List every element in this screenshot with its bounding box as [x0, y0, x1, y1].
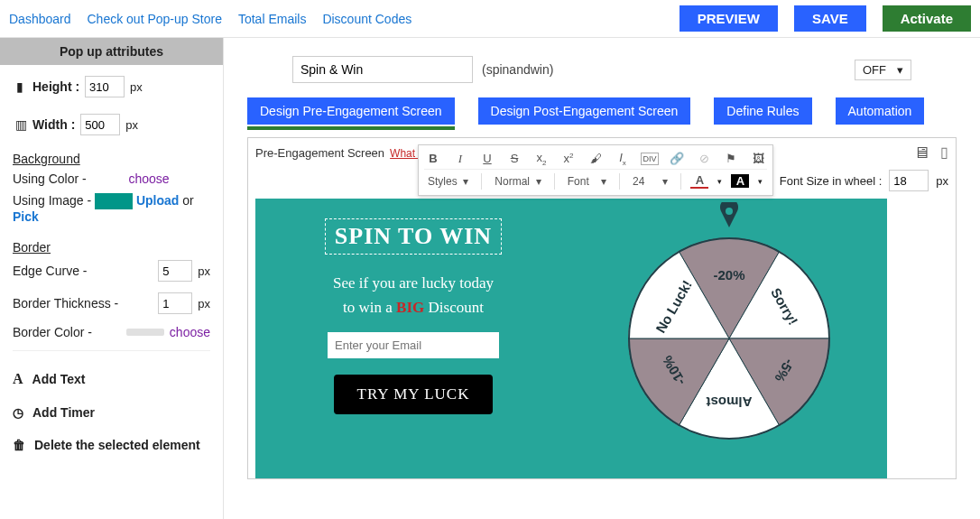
- width-unit: px: [125, 118, 138, 132]
- font-size-unit: px: [936, 174, 948, 188]
- height-row: ▮ Height : px: [13, 76, 210, 97]
- add-timer-button[interactable]: ◷ Add Timer: [13, 396, 210, 429]
- sidebar: Pop up attributes ▮ Height : px ▥ Width …: [0, 38, 224, 519]
- border-color-label: Border Color -: [13, 325, 92, 339]
- rte-div-icon[interactable]: DIV: [641, 153, 659, 165]
- bg-image-row: Using Image - Upload or Pick: [13, 193, 210, 224]
- rte-styles-select[interactable]: Styles ▾: [424, 173, 482, 190]
- nav-dashboard[interactable]: Dashboard: [9, 12, 71, 26]
- bg-image-swatch[interactable]: [95, 193, 133, 209]
- rte-unlink-icon[interactable]: ⊘: [695, 152, 713, 165]
- rte-link-icon[interactable]: 🔗: [668, 152, 686, 165]
- popup-left: SPIN TO WIN See if you are lucky today t…: [255, 199, 571, 478]
- width-icon: ▥: [13, 117, 27, 132]
- nav-links: Dashboard Check out Pop-up Store Total E…: [9, 12, 411, 26]
- rte-flag-icon[interactable]: ⚑: [722, 152, 740, 165]
- font-size-input[interactable]: [889, 170, 929, 191]
- bg-or: or: [182, 193, 193, 208]
- border-thickness-input[interactable]: [158, 292, 192, 314]
- name-row: (spinandwin) OFF ▾: [292, 56, 911, 83]
- border-color-swatch[interactable]: [126, 329, 164, 336]
- mobile-icon[interactable]: ▯: [940, 144, 948, 162]
- popup-name-input[interactable]: [292, 56, 473, 83]
- rich-text-toolbar: B I U S x2 x2 🖌 Ix DIV 🔗 ⊘ ⚑ 🖼: [418, 144, 773, 196]
- wheel-pointer-icon: [718, 202, 740, 232]
- try-luck-button[interactable]: TRY MY LUCK: [334, 375, 494, 414]
- rte-size-select[interactable]: 24 ▾: [629, 173, 681, 190]
- rte-italic[interactable]: I: [451, 152, 469, 166]
- top-nav: Dashboard Check out Pop-up Store Total E…: [0, 0, 980, 38]
- rte-underline[interactable]: U: [478, 152, 496, 165]
- rte-format-select[interactable]: Normal ▾: [491, 173, 554, 190]
- popup-subline[interactable]: See if you are lucky today to win a BIG …: [272, 271, 555, 320]
- popup-headline[interactable]: SPIN TO WIN: [325, 218, 502, 255]
- sidebar-title: Pop up attributes: [0, 38, 223, 65]
- tabs-row: Design Pre-Engagement Screen Design Post…: [247, 97, 957, 125]
- tab-automation[interactable]: Automation: [836, 97, 925, 125]
- email-input[interactable]: [328, 332, 499, 358]
- bg-pick[interactable]: Pick: [13, 209, 39, 224]
- chevron-down-icon: ▾: [897, 63, 903, 77]
- using-color-label: Using Color -: [13, 171, 87, 186]
- svg-text:-20%: -20%: [713, 267, 744, 283]
- editor-frame: Pre-Engagement Screen What is this? 🖥 ▯ …: [247, 137, 957, 479]
- popup-stage: B I U S x2 x2 🖌 Ix DIV 🔗 ⊘ ⚑ 🖼: [255, 199, 948, 478]
- height-icon: ▮: [13, 79, 27, 94]
- popup-slug: (spinandwin): [482, 62, 553, 77]
- add-text-label: Add Text: [32, 372, 86, 386]
- activate-button[interactable]: Activate: [883, 5, 971, 32]
- delete-element-button[interactable]: 🗑 Delete the selected element: [13, 429, 210, 461]
- tab-define-rules[interactable]: Define Rules: [714, 97, 811, 125]
- rte-font-select[interactable]: Font ▾: [564, 173, 620, 190]
- subline-2: to win a BIG Discount: [272, 295, 555, 320]
- rte-brush-icon[interactable]: 🖌: [587, 152, 605, 165]
- popup-preview[interactable]: SPIN TO WIN See if you are lucky today t…: [255, 199, 887, 478]
- rte-superscript[interactable]: x2: [559, 152, 578, 165]
- bg-color-row: Using Color - choose: [13, 171, 210, 186]
- nav-popup-store[interactable]: Check out Pop-up Store: [88, 12, 222, 26]
- delete-element-label: Delete the selected element: [34, 438, 200, 452]
- svg-text:Almost: Almost: [707, 394, 753, 410]
- editor-title: Pre-Engagement Screen: [255, 146, 384, 160]
- status-select[interactable]: OFF ▾: [855, 60, 911, 80]
- rte-strike[interactable]: S: [505, 152, 523, 165]
- width-label: Width :: [32, 117, 75, 132]
- nav-total-emails[interactable]: Total Emails: [238, 12, 306, 26]
- spin-wheel[interactable]: -20%Sorry!-5%Almost-10%No Luck!: [628, 237, 830, 440]
- rte-text-color[interactable]: A: [690, 173, 708, 189]
- border-heading: Border: [13, 240, 210, 255]
- border-color-row: Border Color - choose: [13, 325, 210, 339]
- nav-discount-codes[interactable]: Discount Codes: [322, 12, 411, 26]
- tab-design-post[interactable]: Design Post-Engagement Screen: [478, 97, 691, 125]
- save-button[interactable]: SAVE: [794, 5, 866, 32]
- border-color-choose[interactable]: choose: [170, 325, 210, 339]
- bg-color-choose[interactable]: choose: [128, 171, 169, 186]
- height-label: Height :: [32, 79, 79, 94]
- rte-image-icon[interactable]: 🖼: [749, 152, 767, 165]
- add-text-button[interactable]: A Add Text: [13, 362, 210, 396]
- preview-button[interactable]: PREVIEW: [680, 5, 778, 32]
- rte-bold[interactable]: B: [424, 152, 442, 165]
- rte-bg-color[interactable]: A: [731, 174, 749, 188]
- rte-clear-format[interactable]: Ix: [614, 151, 632, 167]
- status-value: OFF: [863, 63, 886, 77]
- background-heading: Background: [13, 152, 210, 166]
- width-input[interactable]: [80, 114, 120, 135]
- edge-curve-label: Edge Curve -: [13, 264, 87, 278]
- text-icon: A: [13, 371, 23, 387]
- rte-subscript[interactable]: x2: [532, 151, 550, 167]
- content-pane: (spinandwin) OFF ▾ Design Pre-Engagement…: [224, 38, 980, 519]
- font-size-label: Font Size in wheel :: [780, 174, 882, 188]
- using-image-label: Using Image -: [13, 193, 91, 208]
- height-unit: px: [130, 80, 143, 94]
- edge-curve-unit: px: [198, 264, 210, 278]
- edge-curve-input[interactable]: [158, 260, 192, 282]
- popup-right: -20%Sorry!-5%Almost-10%No Luck!: [571, 199, 887, 478]
- add-timer-label: Add Timer: [32, 405, 95, 420]
- tab-design-pre[interactable]: Design Pre-Engagement Screen: [247, 97, 455, 125]
- height-input[interactable]: [85, 76, 125, 97]
- subline-1: See if you are lucky today: [272, 271, 555, 295]
- desktop-icon[interactable]: 🖥: [913, 144, 929, 162]
- bg-upload[interactable]: Upload: [136, 193, 179, 208]
- border-thickness-row: Border Thickness - px: [13, 292, 210, 314]
